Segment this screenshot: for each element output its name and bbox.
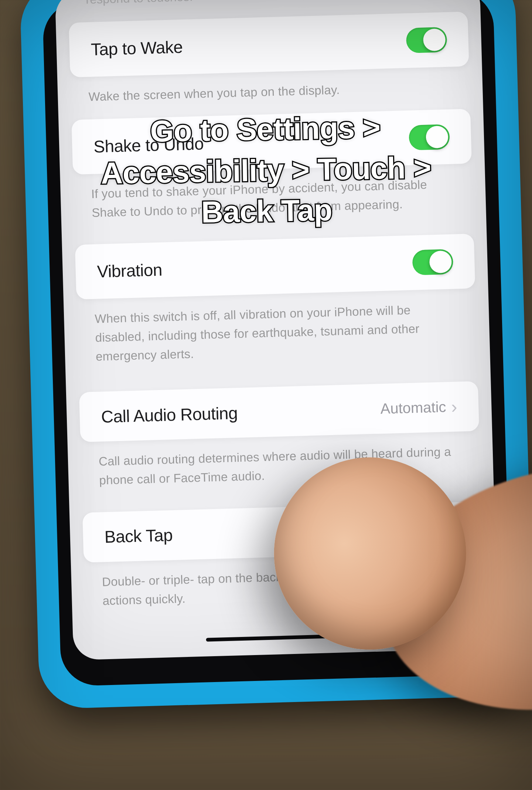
phone-screen: respond to touches. Tap to Wake Wake the… <box>55 0 498 660</box>
tap-to-wake-label: Tap to Wake <box>91 37 183 59</box>
tap-to-wake-toggle[interactable] <box>406 27 447 53</box>
shake-to-undo-toggle[interactable] <box>409 124 450 150</box>
vibration-footer: When this switch is off, all vibration o… <box>76 288 477 367</box>
chevron-right-icon: › <box>451 397 458 417</box>
call-audio-routing-label: Call Audio Routing <box>101 403 238 427</box>
phone-frame: respond to touches. Tap to Wake Wake the… <box>20 0 532 709</box>
shake-to-undo-row[interactable]: Shake to Undo <box>71 109 472 174</box>
back-tap-label: Back Tap <box>104 525 173 547</box>
prev-footer: respond to touches. <box>68 0 467 9</box>
call-audio-routing-value: Automatic <box>380 399 446 417</box>
phone-bezel: respond to touches. Tap to Wake Wake the… <box>42 0 512 686</box>
vibration-label: Vibration <box>97 260 163 282</box>
shake-to-undo-label: Shake to Undo <box>93 133 204 156</box>
vibration-toggle[interactable] <box>412 249 453 275</box>
vibration-row[interactable]: Vibration <box>75 234 475 299</box>
settings-touch-list[interactable]: respond to touches. Tap to Wake Wake the… <box>55 0 498 660</box>
tap-to-wake-row[interactable]: Tap to Wake <box>69 11 469 77</box>
